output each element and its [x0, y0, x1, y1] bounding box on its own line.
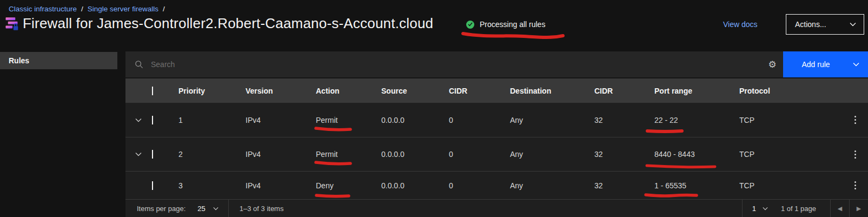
col-source-cidr: CIDR [449, 87, 510, 95]
breadcrumb: Classic infrastructure / Single server f… [9, 5, 165, 13]
chevron-down-icon [213, 207, 218, 211]
chevron-down-icon [135, 152, 142, 156]
page-count-text: 1 of 1 page [778, 205, 830, 213]
cell-action: Permit [316, 150, 381, 159]
page-number-select[interactable]: 1 [743, 200, 778, 217]
col-priority: Priority [178, 87, 246, 95]
cell-destination-cidr: 32 [594, 116, 654, 124]
row-overflow-menu-icon[interactable] [842, 137, 868, 171]
chevron-down-icon [850, 22, 856, 27]
cell-protocol: TCP [739, 116, 842, 124]
view-docs-link[interactable]: View docs [723, 20, 758, 29]
cell-priority: 2 [178, 150, 246, 159]
col-version: Version [246, 87, 316, 95]
table-row: 1 IPv4 Permit 0.0.0.0 0 Any 32 22 - 22 T… [125, 103, 868, 137]
row-overflow-menu-icon[interactable] [842, 103, 868, 137]
cell-action: Permit [316, 116, 381, 124]
col-protocol: Protocol [739, 87, 842, 95]
chevron-down-icon [853, 62, 859, 67]
cell-version: IPv4 [246, 181, 316, 190]
sidebar-item-rules-label: Rules [9, 56, 29, 65]
annotation-underline-processing [463, 34, 563, 37]
cell-port-range: 1 - 65535 [654, 181, 739, 190]
firewall-icon [4, 16, 19, 32]
row-checkbox[interactable] [152, 116, 153, 124]
page-number-value: 1 [752, 205, 756, 213]
cell-destination: Any [510, 150, 594, 159]
breadcrumb-single-server-firewalls[interactable]: Single server firewalls [88, 5, 158, 13]
breadcrumb-classic-infrastructure[interactable]: Classic infrastructure [9, 5, 77, 13]
cell-destination: Any [510, 116, 594, 124]
items-per-page-value: 25 [197, 205, 205, 213]
cell-destination: Any [510, 181, 594, 190]
search-input[interactable] [151, 60, 475, 69]
search-icon [135, 60, 143, 69]
pagination-bar: Items per page: 25 1–3 of 3 items 1 1 of… [125, 199, 868, 217]
firewall-page: Classic infrastructure / Single server f… [0, 0, 868, 217]
next-page-button[interactable]: ▶ [850, 200, 868, 217]
cell-source: 0.0.0.0 [381, 150, 449, 159]
cell-priority: 3 [178, 181, 246, 190]
search-field[interactable] [125, 60, 761, 69]
add-rule-button[interactable]: Add rule [783, 51, 868, 77]
chevron-down-icon [763, 207, 768, 211]
cell-port-range: 22 - 22 [654, 116, 739, 124]
select-all-checkbox[interactable] [152, 87, 153, 95]
cell-source: 0.0.0.0 [381, 116, 449, 124]
row-checkbox[interactable] [152, 181, 153, 190]
cell-destination-cidr: 32 [594, 150, 654, 159]
table-header-row: Priority Version Action Source CIDR Dest… [125, 77, 868, 103]
cell-protocol: TCP [739, 150, 842, 159]
cell-protocol: TCP [739, 181, 842, 190]
items-range-text: 1–3 of 3 items [229, 205, 284, 213]
status-label: Processing all rules [480, 20, 545, 29]
col-source: Source [381, 87, 449, 95]
title-bar: Firewall for James-Controller2.Robert-Ca… [4, 15, 433, 32]
settings-gear-icon[interactable]: ⚙ [761, 51, 783, 77]
cell-source-cidr: 0 [449, 150, 510, 159]
cell-source-cidr: 0 [449, 116, 510, 124]
cell-source-cidr: 0 [449, 181, 510, 190]
col-destination: Destination [510, 87, 594, 95]
rules-table: ⚙ Add rule Priority Version Action Sourc… [125, 51, 868, 217]
row-overflow-menu-icon[interactable] [842, 172, 868, 199]
breadcrumb-separator: / [163, 5, 165, 13]
status-badge: Processing all rules [466, 20, 545, 29]
add-rule-label: Add rule [783, 60, 844, 69]
col-port-range: Port range [654, 87, 739, 95]
chevron-down-icon [135, 118, 142, 122]
col-action: Action [316, 87, 381, 95]
sidebar-item-rules[interactable]: Rules [0, 52, 117, 69]
add-rule-chevron[interactable] [844, 62, 868, 67]
cell-destination-cidr: 32 [594, 181, 654, 190]
row-checkbox[interactable] [152, 150, 153, 159]
cell-source: 0.0.0.0 [381, 181, 449, 190]
cell-priority: 1 [178, 116, 246, 124]
cell-port-range: 8440 - 8443 [654, 150, 739, 159]
cell-version: IPv4 [246, 150, 316, 159]
cell-action: Deny [316, 181, 381, 190]
actions-dropdown-label: Actions... [795, 20, 826, 29]
actions-dropdown[interactable]: Actions... [786, 14, 864, 35]
col-destination-cidr: CIDR [594, 87, 654, 95]
success-check-icon [466, 21, 474, 29]
expand-row-chevron[interactable] [125, 118, 151, 122]
breadcrumb-separator: / [81, 5, 83, 13]
previous-page-button[interactable]: ◀ [831, 200, 849, 217]
items-per-page-select[interactable]: 25 [185, 200, 228, 217]
cell-version: IPv4 [246, 116, 316, 124]
items-per-page-label: Items per page: [125, 205, 185, 213]
table-toolbar: ⚙ Add rule [125, 51, 868, 77]
table-row: 2 IPv4 Permit 0.0.0.0 0 Any 32 8440 - 84… [125, 137, 868, 171]
expand-row-chevron[interactable] [125, 152, 151, 156]
page-title: Firewall for James-Controller2.Robert-Ca… [23, 15, 433, 32]
table-row: 3 IPv4 Deny 0.0.0.0 0 Any 32 1 - 65535 T… [125, 171, 868, 199]
